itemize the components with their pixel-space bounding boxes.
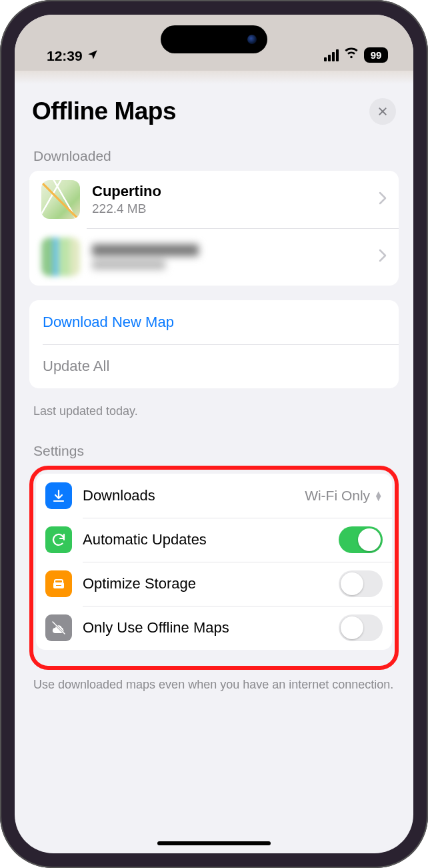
update-all-button[interactable]: Update All (29, 344, 399, 388)
settings-list: Downloads Wi-Fi Only ▲▼ Automatic Update… (36, 474, 392, 650)
home-indicator[interactable] (157, 841, 271, 845)
offline-only-label: Only Use Offline Maps (83, 619, 339, 636)
status-time: 12:39 (47, 48, 83, 64)
optimize-label: Optimize Storage (83, 575, 339, 592)
automatic-updates-setting: Automatic Updates (36, 518, 392, 562)
svg-rect-2 (55, 584, 62, 586)
svg-rect-1 (55, 580, 63, 583)
downloaded-item-cupertino[interactable]: Cupertino 222.4 MB (29, 171, 399, 228)
downloaded-item-redacted[interactable] (29, 228, 399, 286)
optimize-toggle[interactable] (339, 570, 383, 597)
download-new-map-button[interactable]: Download New Map (29, 300, 399, 344)
download-size: 222.4 MB (92, 201, 375, 216)
selector-arrows-icon: ▲▼ (374, 491, 383, 502)
map-thumb-icon (41, 238, 80, 276)
settings-highlight-annotation: Downloads Wi-Fi Only ▲▼ Automatic Update… (29, 466, 399, 670)
optimize-storage-setting: Optimize Storage (36, 562, 392, 606)
close-button[interactable] (369, 98, 396, 125)
download-title: Cupertino (92, 183, 375, 200)
downloads-label: Downloads (83, 487, 305, 504)
offline-only-toggle[interactable] (339, 614, 383, 641)
redacted-text (92, 244, 375, 270)
cloud-off-icon (45, 614, 72, 641)
close-icon (377, 106, 388, 117)
storage-icon (45, 570, 72, 597)
downloaded-list: Cupertino 222.4 MB (29, 171, 399, 286)
battery-indicator: 99 (364, 47, 388, 63)
last-updated-label: Last updated today. (29, 403, 399, 439)
location-icon (87, 49, 99, 64)
downloaded-header: Downloaded (29, 144, 399, 171)
download-icon (45, 482, 72, 509)
map-thumb-icon (41, 180, 80, 219)
auto-updates-label: Automatic Updates (83, 531, 339, 548)
downloads-setting[interactable]: Downloads Wi-Fi Only ▲▼ (36, 474, 392, 518)
refresh-icon (45, 526, 72, 553)
cellular-icon (324, 49, 339, 61)
downloads-value: Wi-Fi Only (305, 488, 370, 504)
wifi-icon (344, 46, 359, 64)
chevron-right-icon (379, 249, 387, 265)
settings-header: Settings (29, 439, 399, 466)
settings-footer-text: Use downloaded maps even when you have a… (29, 677, 399, 713)
actions-list: Download New Map Update All (29, 300, 399, 388)
chevron-right-icon (379, 191, 387, 207)
page-title: Offline Maps (32, 97, 176, 125)
auto-updates-toggle[interactable] (339, 526, 383, 553)
offline-only-setting: Only Use Offline Maps (36, 606, 392, 650)
